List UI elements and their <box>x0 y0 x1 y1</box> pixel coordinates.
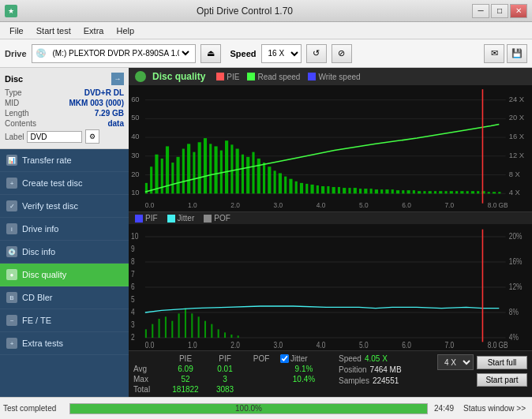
svg-rect-42 <box>268 166 271 193</box>
drive-selector[interactable]: 💿 (M:) PLEXTOR DVDR PX-890SA 1.00 <box>32 44 196 63</box>
legend-pie-label: PIE <box>227 73 239 81</box>
transfer-rate-icon: 📊 <box>6 155 17 166</box>
svg-rect-21 <box>155 155 158 194</box>
legend-write-speed-label: Write speed <box>318 73 360 81</box>
svg-text:8 X: 8 X <box>509 170 521 178</box>
nav-disc-quality[interactable]: ● Disc quality <box>0 264 129 286</box>
avg-jitter: 9.1% <box>280 365 328 373</box>
drive-select-input[interactable]: (M:) PLEXTOR DVDR PX-890SA 1.00 <box>50 48 192 58</box>
legend-pie: PIE <box>216 73 239 81</box>
maximize-button[interactable]: □ <box>491 4 508 18</box>
nav-transfer-rate[interactable]: 📊 Transfer rate <box>0 149 129 172</box>
svg-text:2: 2 <box>131 332 135 342</box>
speed-row: Speed 4.05 X <box>339 354 402 363</box>
chart-title-icon <box>135 71 146 82</box>
svg-rect-51 <box>317 185 319 193</box>
start-part-button[interactable]: Start part <box>477 373 527 387</box>
chart-legend: PIE Read speed Write speed <box>216 73 360 81</box>
close-button[interactable]: ✕ <box>510 4 527 18</box>
disc-panel-arrow[interactable]: → <box>111 73 124 85</box>
chart-header: Disc quality PIE Read speed Write speed <box>129 68 532 85</box>
svg-text:6.0: 6.0 <box>402 340 411 350</box>
content-area: Disc quality PIE Read speed Write speed <box>129 68 532 397</box>
speed-select[interactable]: 16 X <box>261 44 302 63</box>
max-pof <box>244 375 279 383</box>
svg-text:7.0: 7.0 <box>444 201 454 209</box>
svg-rect-79 <box>466 191 469 193</box>
svg-text:1.0: 1.0 <box>188 201 197 209</box>
samples-row: Samples 224551 <box>339 376 402 385</box>
svg-text:40: 40 <box>131 133 139 140</box>
svg-text:3: 3 <box>131 320 135 329</box>
mid-val: MKM 003 (000) <box>69 99 124 107</box>
legend-jitter-dot <box>167 215 175 223</box>
info-button[interactable]: ✉ <box>484 44 504 63</box>
svg-rect-41 <box>263 163 265 193</box>
svg-rect-80 <box>471 191 474 193</box>
avg-label: Avg <box>133 365 163 373</box>
minimize-button[interactable]: ─ <box>472 4 489 18</box>
nav-drive-info[interactable]: i Drive info <box>0 218 129 241</box>
label-edit-button[interactable]: ⚙ <box>85 129 99 144</box>
svg-text:3.0: 3.0 <box>274 201 283 209</box>
jitter-checkbox[interactable] <box>280 354 289 363</box>
nav-verify-test-disc[interactable]: ✓ Verify test disc <box>0 195 129 218</box>
svg-text:20 X: 20 X <box>509 114 525 122</box>
svg-text:8.0 GB: 8.0 GB <box>488 340 508 350</box>
menu-extra[interactable]: Extra <box>77 25 111 36</box>
nav-extra-tests-label: Extra tests <box>22 339 63 348</box>
status-window-button[interactable]: Status window >> <box>460 403 529 413</box>
app-icon: ★ <box>5 5 17 17</box>
menu-help[interactable]: Help <box>110 25 140 36</box>
start-full-button[interactable]: Start full <box>477 356 527 369</box>
disc-panel: Disc → Type DVD+R DL MID MKM 003 (000) L… <box>0 68 129 149</box>
svg-text:4: 4 <box>131 307 135 316</box>
nav-items: 📊 Transfer rate + Create test disc ✓ Ver… <box>0 149 129 397</box>
svg-text:20: 20 <box>131 170 139 178</box>
svg-rect-124 <box>198 316 200 338</box>
svg-rect-34 <box>225 140 228 193</box>
nav-fe-te[interactable]: ~ FE / TE <box>0 309 129 332</box>
total-jitter <box>280 385 328 394</box>
svg-rect-29 <box>198 142 201 193</box>
svg-rect-76 <box>450 191 453 193</box>
status-bar: Test completed 100.0% 24:49 Status windo… <box>0 397 532 419</box>
svg-text:0.0: 0.0 <box>145 340 155 350</box>
speed-info-panel: Speed 4.05 X Position 7464 MB Samples 22… <box>339 354 402 385</box>
max-pif: 3 <box>208 375 242 383</box>
svg-rect-46 <box>289 179 292 194</box>
svg-rect-120 <box>171 321 173 338</box>
legend-pie-dot <box>216 73 224 80</box>
svg-rect-74 <box>439 191 442 193</box>
nav-disc-info[interactable]: 💿 Disc info <box>0 241 129 264</box>
refresh-button[interactable]: ↺ <box>306 44 327 63</box>
svg-rect-33 <box>220 151 223 194</box>
svg-text:50: 50 <box>131 114 139 122</box>
svg-rect-123 <box>191 313 193 338</box>
stop-button[interactable]: ⊘ <box>332 44 352 63</box>
menu-file[interactable]: File <box>3 25 30 36</box>
toolbar: Drive 💿 (M:) PLEXTOR DVDR PX-890SA 1.00 … <box>0 39 532 68</box>
svg-rect-118 <box>159 319 160 338</box>
test-speed-select[interactable]: 4 X 2 X 8 X <box>437 354 474 370</box>
nav-create-test-disc[interactable]: + Create test disc <box>0 172 129 195</box>
svg-rect-35 <box>230 144 233 193</box>
svg-text:7: 7 <box>131 269 135 279</box>
svg-rect-73 <box>434 191 436 193</box>
sidebar: Disc → Type DVD+R DL MID MKM 003 (000) L… <box>0 68 129 397</box>
svg-rect-85 <box>498 192 500 193</box>
nav-extra-tests[interactable]: + Extra tests <box>0 332 129 355</box>
legend-jitter-label: Jitter <box>178 214 195 223</box>
svg-rect-125 <box>204 321 206 338</box>
svg-rect-39 <box>252 152 254 194</box>
extra-tests-icon: + <box>6 338 17 349</box>
save-button[interactable]: 💾 <box>507 44 527 63</box>
label-input[interactable] <box>27 131 82 143</box>
col-jitter-header: Jitter <box>290 354 308 363</box>
eject-button[interactable]: ⏏ <box>200 44 221 63</box>
cd-bler-icon: B <box>6 292 17 303</box>
svg-rect-66 <box>396 190 399 193</box>
svg-rect-36 <box>236 149 239 194</box>
menu-start-test[interactable]: Start test <box>30 25 77 36</box>
nav-cd-bler[interactable]: B CD Bler <box>0 286 129 309</box>
